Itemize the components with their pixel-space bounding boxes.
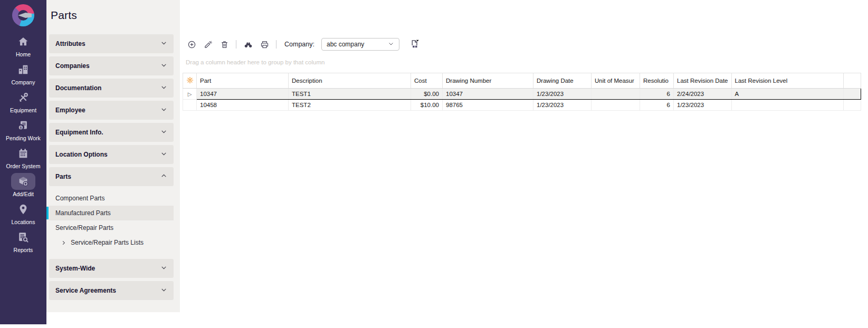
sidebar-item-home[interactable]: Home bbox=[0, 33, 46, 61]
binoculars-icon bbox=[244, 40, 253, 49]
find-button[interactable] bbox=[241, 37, 255, 51]
nav-section-system-wide[interactable]: System-Wide bbox=[49, 259, 174, 278]
grid-cell bbox=[592, 89, 640, 100]
column-header-last-revision-date[interactable]: Last Revision Date bbox=[674, 73, 732, 89]
grid-corner-button[interactable] bbox=[183, 73, 197, 89]
company-select-value: abc company bbox=[327, 41, 364, 48]
edit-button[interactable] bbox=[201, 37, 215, 51]
export-layout-button[interactable] bbox=[407, 37, 422, 51]
column-header-unit-of-measur[interactable]: Unit of Measur bbox=[592, 73, 640, 89]
order-system-icon bbox=[11, 145, 35, 162]
column-header-cost[interactable]: Cost bbox=[411, 73, 443, 89]
parts-table: PartDescriptionCostDrawing NumberDrawing… bbox=[183, 73, 861, 111]
row-expand-arrow-icon[interactable] bbox=[183, 89, 197, 100]
grid-cell: TEST2 bbox=[289, 100, 411, 111]
grid-cell-filler bbox=[843, 89, 861, 100]
grid-cell: TEST1 bbox=[289, 89, 411, 100]
grid-cell: 1/23/2023 bbox=[674, 100, 732, 111]
nav-section-companies[interactable]: Companies bbox=[49, 56, 174, 75]
printer-icon bbox=[260, 40, 269, 49]
nav-item-component-parts[interactable]: Component Parts bbox=[49, 191, 174, 206]
sidebar: HomeCompanyEquipment$Pending WorkOrder S… bbox=[0, 0, 46, 324]
sidebar-item-add-edit[interactable]: Add/Edit bbox=[0, 173, 46, 201]
nav-section-attributes[interactable]: Attributes bbox=[49, 34, 174, 53]
chevron-down-icon bbox=[388, 40, 394, 49]
sidebar-item-label: Company bbox=[12, 79, 35, 85]
print-button[interactable] bbox=[257, 37, 271, 51]
nav-section-label: Companies bbox=[55, 62, 90, 70]
company-select[interactable]: abc company bbox=[321, 38, 399, 51]
column-header-filler bbox=[843, 73, 861, 89]
chevron-down-icon bbox=[160, 61, 167, 71]
column-header-resolutio[interactable]: Resolutio bbox=[640, 73, 674, 89]
nav-section-documentation[interactable]: Documentation bbox=[49, 79, 174, 98]
nav-accordion: AttributesCompaniesDocumentationEmployee… bbox=[49, 34, 174, 303]
toolbar-separator bbox=[236, 40, 236, 49]
sidebar-item-label: Add/Edit bbox=[13, 191, 34, 197]
nav-section-label: Attributes bbox=[55, 40, 85, 47]
app-logo-icon bbox=[12, 4, 34, 26]
nav-section-label: System-Wide bbox=[55, 265, 95, 272]
nav-section-equipment-info[interactable]: Equipment Info. bbox=[49, 123, 174, 142]
group-by-panel[interactable]: Drag a column header here to group by th… bbox=[186, 56, 325, 69]
row-expand-arrow-icon[interactable] bbox=[183, 100, 197, 111]
sidebar-item-locations[interactable]: Locations bbox=[0, 201, 46, 229]
nav-item-label: Service/Repair Parts Lists bbox=[71, 239, 144, 246]
sidebar-item-label: Home bbox=[16, 51, 31, 57]
nav-item-label: Component Parts bbox=[55, 195, 104, 202]
pending-work-icon: $ bbox=[11, 117, 35, 134]
page-title: Parts bbox=[51, 9, 77, 22]
company-label: Company: bbox=[284, 41, 314, 48]
nav-section-location-options[interactable]: Location Options bbox=[49, 145, 174, 164]
nav-section-label: Parts bbox=[55, 173, 71, 180]
chevron-up-icon bbox=[160, 172, 167, 181]
sidebar-item-reports[interactable]: Reports bbox=[0, 229, 46, 257]
group-by-hint: Drag a column header here to group by th… bbox=[186, 59, 325, 65]
sidebar-item-order-system[interactable]: Order System bbox=[0, 145, 46, 173]
grid-cell: $0.00 bbox=[411, 89, 443, 100]
grid-row[interactable]: 10347TEST1$0.00103471/23/202362/24/2023A bbox=[183, 89, 861, 100]
main-content: Company: abc company Drag a column heade… bbox=[180, 0, 868, 328]
grid-row[interactable]: 10458TEST2$10.00987651/23/202361/23/2023 bbox=[183, 100, 861, 111]
nav-section-employee[interactable]: Employee bbox=[49, 101, 174, 120]
trash-icon bbox=[220, 40, 229, 49]
column-header-part[interactable]: Part bbox=[197, 73, 289, 89]
chevron-right-icon bbox=[61, 240, 66, 246]
company-icon bbox=[11, 61, 35, 78]
reports-icon bbox=[11, 229, 35, 246]
sidebar-item-pending-work[interactable]: $Pending Work bbox=[0, 117, 46, 145]
delete-button[interactable] bbox=[217, 37, 231, 51]
chevron-down-icon bbox=[160, 105, 167, 115]
nav-item-manufactured-parts[interactable]: Manufactured Parts bbox=[49, 206, 174, 220]
sidebar-nav: HomeCompanyEquipment$Pending WorkOrder S… bbox=[0, 26, 46, 257]
column-header-drawing-number[interactable]: Drawing Number bbox=[443, 73, 533, 89]
chevron-down-icon bbox=[160, 150, 167, 159]
nav-item-service-repair-parts[interactable]: Service/Repair Parts bbox=[49, 220, 174, 235]
column-header-last-revision-level[interactable]: Last Revision Level bbox=[731, 73, 843, 89]
chevron-down-icon bbox=[160, 39, 167, 49]
parts-grid: PartDescriptionCostDrawing NumberDrawing… bbox=[183, 73, 861, 111]
grid-cell: 1/23/2023 bbox=[533, 89, 592, 100]
nav-item-service-repair-parts-lists[interactable]: Service/Repair Parts Lists bbox=[49, 235, 174, 250]
nav-section-service-agreements[interactable]: Service Agreements bbox=[49, 281, 174, 300]
column-header-description[interactable]: Description bbox=[289, 73, 411, 89]
nav-section-label: Location Options bbox=[55, 151, 108, 158]
column-header-drawing-date[interactable]: Drawing Date bbox=[533, 73, 592, 89]
sidebar-item-company[interactable]: Company bbox=[0, 61, 46, 89]
nav-section-items: Component PartsManufactured PartsService… bbox=[49, 189, 174, 259]
edit-wand-icon bbox=[204, 40, 213, 49]
sidebar-item-equipment[interactable]: Equipment bbox=[0, 89, 46, 117]
add-button[interactable] bbox=[185, 37, 198, 51]
chevron-down-icon bbox=[160, 83, 167, 93]
app-window: HomeCompanyEquipment$Pending WorkOrder S… bbox=[0, 0, 868, 328]
grid-cell: 6 bbox=[640, 89, 674, 100]
equipment-icon bbox=[11, 89, 35, 106]
sidebar-item-label: Equipment bbox=[10, 107, 36, 113]
home-icon bbox=[11, 33, 35, 50]
grid-cell: $10.00 bbox=[411, 100, 443, 111]
nav-section-label: Documentation bbox=[55, 84, 101, 92]
nav-item-label: Service/Repair Parts bbox=[55, 224, 113, 231]
grid-cell bbox=[592, 100, 640, 111]
nav-section-parts[interactable]: Parts bbox=[49, 167, 174, 186]
chevron-down-icon bbox=[160, 286, 167, 295]
